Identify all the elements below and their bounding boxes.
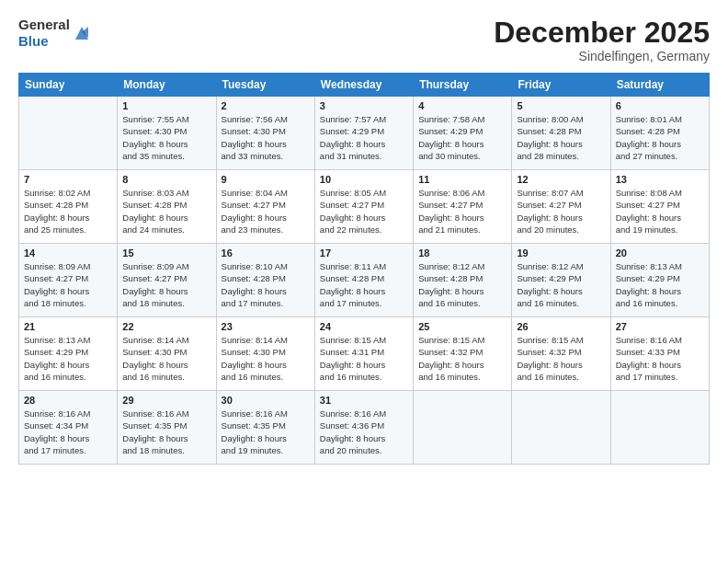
day-info: Sunrise: 8:15 AM Sunset: 4:32 PM Dayligh…	[418, 334, 506, 383]
day-info: Sunrise: 8:16 AM Sunset: 4:33 PM Dayligh…	[616, 334, 704, 383]
day-info: Sunrise: 8:13 AM Sunset: 4:29 PM Dayligh…	[24, 334, 112, 383]
day-number: 24	[320, 321, 408, 332]
day-info: Sunrise: 8:10 AM Sunset: 4:28 PM Dayligh…	[222, 260, 310, 309]
title-block: December 2025 Sindelfingen, Germany	[494, 17, 710, 63]
calendar-cell: 26Sunrise: 8:15 AM Sunset: 4:32 PM Dayli…	[512, 317, 610, 391]
calendar-cell: 10Sunrise: 8:05 AM Sunset: 4:27 PM Dayli…	[314, 170, 413, 244]
calendar-cell: 29Sunrise: 8:16 AM Sunset: 4:35 PM Dayli…	[118, 391, 216, 465]
day-info: Sunrise: 7:56 AM Sunset: 4:30 PM Dayligh…	[222, 113, 310, 162]
day-info: Sunrise: 8:14 AM Sunset: 4:30 PM Dayligh…	[222, 334, 310, 383]
day-info: Sunrise: 8:12 AM Sunset: 4:29 PM Dayligh…	[517, 260, 605, 309]
day-info: Sunrise: 8:16 AM Sunset: 4:36 PM Dayligh…	[320, 408, 408, 456]
calendar-week-row: 28Sunrise: 8:16 AM Sunset: 4:34 PM Dayli…	[19, 391, 710, 465]
calendar-cell: 7Sunrise: 8:02 AM Sunset: 4:28 PM Daylig…	[19, 170, 118, 244]
location: Sindelfingen, Germany	[494, 49, 710, 63]
weekday-header: Thursday	[414, 74, 512, 97]
day-number: 17	[320, 247, 408, 259]
day-number: 11	[418, 174, 506, 185]
day-number: 2	[222, 100, 310, 111]
day-number: 3	[320, 100, 408, 111]
calendar-cell: 12Sunrise: 8:07 AM Sunset: 4:27 PM Dayli…	[512, 170, 610, 244]
logo-icon	[72, 23, 92, 43]
calendar-week-row: 21Sunrise: 8:13 AM Sunset: 4:29 PM Dayli…	[19, 317, 710, 391]
day-number: 21	[24, 321, 112, 332]
day-number: 27	[616, 321, 704, 332]
day-info: Sunrise: 7:58 AM Sunset: 4:29 PM Dayligh…	[418, 113, 506, 162]
day-number: 1	[122, 100, 210, 111]
weekday-header: Monday	[118, 74, 216, 97]
month-title: December 2025	[494, 17, 710, 49]
day-info: Sunrise: 7:55 AM Sunset: 4:30 PM Dayligh…	[122, 113, 210, 162]
day-info: Sunrise: 8:03 AM Sunset: 4:28 PM Dayligh…	[122, 187, 210, 236]
day-info: Sunrise: 8:15 AM Sunset: 4:31 PM Dayligh…	[320, 334, 408, 383]
day-number: 14	[24, 247, 112, 259]
day-number: 15	[122, 247, 210, 259]
calendar-cell: 18Sunrise: 8:12 AM Sunset: 4:28 PM Dayli…	[414, 244, 512, 317]
day-info: Sunrise: 8:14 AM Sunset: 4:30 PM Dayligh…	[122, 334, 210, 383]
calendar-cell: 20Sunrise: 8:13 AM Sunset: 4:29 PM Dayli…	[610, 244, 709, 317]
day-number: 30	[222, 395, 310, 406]
day-info: Sunrise: 8:05 AM Sunset: 4:27 PM Dayligh…	[320, 187, 408, 236]
weekday-header: Saturday	[610, 74, 709, 97]
day-info: Sunrise: 8:08 AM Sunset: 4:27 PM Dayligh…	[616, 187, 704, 236]
day-number: 20	[616, 247, 704, 259]
weekday-header: Wednesday	[314, 74, 413, 97]
calendar-week-row: 14Sunrise: 8:09 AM Sunset: 4:27 PM Dayli…	[19, 244, 710, 317]
calendar-cell: 28Sunrise: 8:16 AM Sunset: 4:34 PM Dayli…	[19, 391, 118, 465]
day-info: Sunrise: 8:11 AM Sunset: 4:28 PM Dayligh…	[320, 260, 408, 309]
day-info: Sunrise: 8:09 AM Sunset: 4:27 PM Dayligh…	[24, 260, 112, 309]
calendar-cell: 2Sunrise: 7:56 AM Sunset: 4:30 PM Daylig…	[216, 97, 314, 170]
calendar-week-row: 1Sunrise: 7:55 AM Sunset: 4:30 PM Daylig…	[19, 97, 710, 170]
calendar-cell: 16Sunrise: 8:10 AM Sunset: 4:28 PM Dayli…	[216, 244, 314, 317]
calendar-cell	[610, 391, 709, 465]
calendar-cell: 25Sunrise: 8:15 AM Sunset: 4:32 PM Dayli…	[414, 317, 512, 391]
day-number: 22	[122, 321, 210, 332]
calendar-cell: 15Sunrise: 8:09 AM Sunset: 4:27 PM Dayli…	[118, 244, 216, 317]
calendar-cell: 21Sunrise: 8:13 AM Sunset: 4:29 PM Dayli…	[19, 317, 118, 391]
day-number: 19	[517, 247, 605, 259]
calendar-week-row: 7Sunrise: 8:02 AM Sunset: 4:28 PM Daylig…	[19, 170, 710, 244]
day-number: 18	[418, 247, 506, 259]
day-info: Sunrise: 8:16 AM Sunset: 4:35 PM Dayligh…	[222, 408, 310, 456]
calendar-cell: 3Sunrise: 7:57 AM Sunset: 4:29 PM Daylig…	[314, 97, 413, 170]
day-info: Sunrise: 8:06 AM Sunset: 4:27 PM Dayligh…	[418, 187, 506, 236]
day-number: 29	[122, 395, 210, 406]
day-number: 6	[616, 100, 704, 111]
weekday-header: Tuesday	[216, 74, 314, 97]
day-number: 23	[222, 321, 310, 332]
logo-text: General Blue	[18, 17, 70, 50]
calendar-cell: 6Sunrise: 8:01 AM Sunset: 4:28 PM Daylig…	[610, 97, 709, 170]
calendar-table: SundayMondayTuesdayWednesdayThursdayFrid…	[18, 73, 710, 465]
calendar-cell	[512, 391, 610, 465]
day-number: 12	[517, 174, 605, 185]
day-number: 25	[418, 321, 506, 332]
day-info: Sunrise: 8:07 AM Sunset: 4:27 PM Dayligh…	[517, 187, 605, 236]
day-info: Sunrise: 8:02 AM Sunset: 4:28 PM Dayligh…	[24, 187, 112, 236]
weekday-header: Friday	[512, 74, 610, 97]
calendar-cell: 14Sunrise: 8:09 AM Sunset: 4:27 PM Dayli…	[19, 244, 118, 317]
calendar-cell: 30Sunrise: 8:16 AM Sunset: 4:35 PM Dayli…	[216, 391, 314, 465]
calendar-cell: 4Sunrise: 7:58 AM Sunset: 4:29 PM Daylig…	[414, 97, 512, 170]
day-number: 4	[418, 100, 506, 111]
day-info: Sunrise: 8:13 AM Sunset: 4:29 PM Dayligh…	[616, 260, 704, 309]
calendar-page: General Blue December 2025 Sindelfingen,…	[0, 0, 728, 563]
calendar-cell: 22Sunrise: 8:14 AM Sunset: 4:30 PM Dayli…	[118, 317, 216, 391]
calendar-cell: 31Sunrise: 8:16 AM Sunset: 4:36 PM Dayli…	[314, 391, 413, 465]
calendar-cell: 9Sunrise: 8:04 AM Sunset: 4:27 PM Daylig…	[216, 170, 314, 244]
day-number: 10	[320, 174, 408, 185]
day-number: 28	[24, 395, 112, 406]
day-number: 13	[616, 174, 704, 185]
day-info: Sunrise: 7:57 AM Sunset: 4:29 PM Dayligh…	[320, 113, 408, 162]
calendar-cell: 19Sunrise: 8:12 AM Sunset: 4:29 PM Dayli…	[512, 244, 610, 317]
calendar-header-row: SundayMondayTuesdayWednesdayThursdayFrid…	[19, 74, 710, 97]
day-number: 31	[320, 395, 408, 406]
calendar-cell: 8Sunrise: 8:03 AM Sunset: 4:28 PM Daylig…	[118, 170, 216, 244]
day-info: Sunrise: 8:12 AM Sunset: 4:28 PM Dayligh…	[418, 260, 506, 309]
calendar-cell: 27Sunrise: 8:16 AM Sunset: 4:33 PM Dayli…	[610, 317, 709, 391]
calendar-cell: 11Sunrise: 8:06 AM Sunset: 4:27 PM Dayli…	[414, 170, 512, 244]
logo: General Blue	[18, 17, 92, 50]
day-info: Sunrise: 8:15 AM Sunset: 4:32 PM Dayligh…	[517, 334, 605, 383]
calendar-cell	[414, 391, 512, 465]
day-number: 16	[222, 247, 310, 259]
day-number: 5	[517, 100, 605, 111]
